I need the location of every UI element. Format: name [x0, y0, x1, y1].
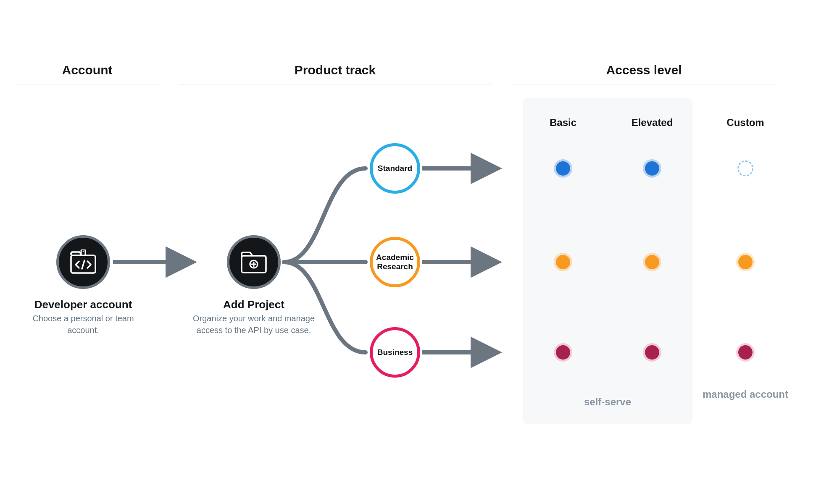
column-header-account: Account — [15, 63, 160, 77]
column-rule-account — [15, 84, 160, 84]
dot-academic-elevated — [645, 255, 659, 269]
svg-rect-6 — [81, 249, 85, 255]
track-academic-label: Academic Research — [373, 253, 417, 271]
add-project-title: Add Project — [187, 298, 321, 311]
developer-account-desc: Choose a personal or team account. — [16, 312, 150, 336]
access-level-elevated: Elevated — [623, 117, 682, 129]
svg-point-7 — [83, 251, 84, 252]
developer-account-title: Developer account — [16, 298, 150, 311]
dot-business-basic — [556, 345, 570, 360]
track-standard: Standard — [370, 143, 420, 194]
track-business: Business — [370, 327, 420, 378]
dot-academic-custom — [738, 255, 753, 269]
developer-account-node — [56, 235, 110, 289]
dot-standard-elevated — [645, 161, 659, 176]
column-header-access: Access level — [513, 63, 775, 77]
dot-business-elevated — [645, 345, 659, 360]
column-rule-track — [179, 84, 492, 84]
dot-standard-basic — [556, 161, 570, 176]
column-rule-access — [513, 84, 775, 84]
access-level-custom: Custom — [716, 117, 775, 129]
column-header-track: Product track — [179, 63, 492, 77]
add-project-desc: Organize your work and manage access to … — [187, 312, 321, 336]
folder-plus-icon — [240, 250, 268, 274]
track-business-label: Business — [375, 348, 415, 357]
dot-academic-basic — [556, 255, 570, 269]
access-level-basic: Basic — [534, 117, 592, 129]
selfserve-panel — [523, 98, 692, 424]
dot-business-custom — [738, 345, 753, 360]
footer-selfserve: self-serve — [561, 396, 654, 408]
footer-managed: managed account — [699, 388, 792, 401]
track-standard-label: Standard — [375, 164, 415, 173]
add-project-node — [227, 235, 281, 289]
dot-standard-custom — [737, 160, 753, 176]
code-folder-icon — [69, 249, 97, 275]
track-academic: Academic Research — [370, 237, 420, 287]
svg-line-5 — [82, 260, 84, 269]
